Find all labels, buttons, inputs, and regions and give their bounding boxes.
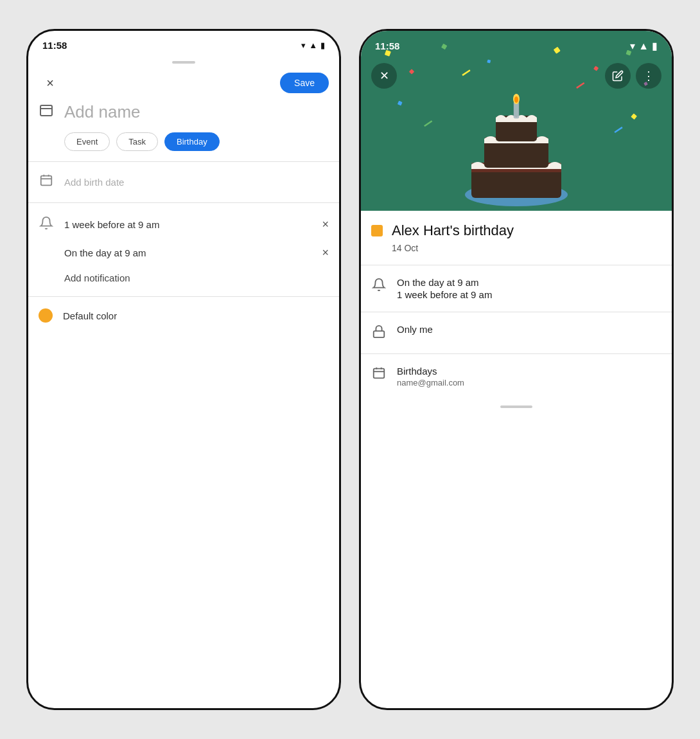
status-icons-1: ▾ ▲ ▮ bbox=[301, 40, 325, 50]
divider-1 bbox=[28, 161, 339, 162]
status-time-1: 11:58 bbox=[42, 40, 67, 51]
event-name-row: Add name bbox=[28, 100, 339, 130]
edit-button[interactable] bbox=[605, 63, 631, 89]
tab-event[interactable]: Event bbox=[64, 132, 110, 151]
more-options-button[interactable]: ⋮ bbox=[636, 63, 661, 89]
svg-rect-2 bbox=[41, 176, 52, 186]
calendar-name: Birthdays bbox=[397, 366, 464, 377]
svg-rect-14 bbox=[398, 101, 403, 106]
toolbar: × Save bbox=[28, 66, 339, 100]
battery-icon: ▮ bbox=[320, 40, 325, 50]
wifi-icon-2: ▾ bbox=[630, 40, 635, 52]
calendar-email: name@gmail.com bbox=[397, 378, 464, 387]
notification-row-1: 1 week before at 9 am × bbox=[28, 209, 339, 240]
phone1: 11:58 ▾ ▲ ▮ × Save bbox=[26, 29, 341, 710]
wifi-icon: ▾ bbox=[301, 40, 306, 50]
notification-close-1[interactable]: × bbox=[322, 218, 329, 231]
notification-line-2: 1 week before at 9 am bbox=[397, 289, 492, 300]
notification-detail-row: On the day at 9 am 1 week before at 9 am bbox=[361, 268, 672, 309]
svg-rect-11 bbox=[593, 66, 599, 71]
svg-rect-31 bbox=[374, 369, 385, 378]
close-button[interactable]: × bbox=[39, 71, 62, 94]
svg-rect-7 bbox=[409, 69, 414, 74]
handle-bar bbox=[172, 61, 195, 64]
divider-detail-2 bbox=[361, 312, 672, 312]
close-icon-btn[interactable]: ✕ bbox=[371, 63, 397, 89]
svg-line-19 bbox=[615, 127, 622, 132]
event-header: 11:58 ▾ ▲ ▮ ✕ ⋮ bbox=[361, 31, 672, 211]
bottom-handle bbox=[361, 396, 672, 414]
svg-line-18 bbox=[424, 121, 432, 126]
svg-point-29 bbox=[514, 96, 518, 103]
tab-task[interactable]: Task bbox=[116, 132, 158, 151]
svg-rect-30 bbox=[374, 331, 385, 337]
visibility-label: Only me bbox=[397, 324, 433, 335]
notification-icon bbox=[39, 216, 54, 233]
notification-detail-text: On the day at 9 am 1 week before at 9 am bbox=[397, 277, 492, 300]
tab-birthday[interactable]: Birthday bbox=[164, 132, 220, 151]
save-button[interactable]: Save bbox=[280, 73, 329, 93]
status-bar-2: 11:58 ▾ ▲ ▮ bbox=[361, 31, 672, 57]
bottom-bar bbox=[500, 405, 532, 408]
notification-text-1: 1 week before at 9 am bbox=[64, 219, 311, 230]
notification-row-2: On the day at 9 am × bbox=[28, 240, 339, 266]
status-icons-2: ▾ ▲ ▮ bbox=[630, 40, 658, 52]
event-title-section: Alex Hart's birthday bbox=[361, 211, 672, 242]
event-date: 14 Oct bbox=[361, 242, 672, 262]
notification-detail-icon bbox=[371, 278, 387, 295]
type-tabs: Event Task Birthday bbox=[28, 130, 339, 159]
svg-rect-9 bbox=[487, 59, 491, 63]
color-label: Default color bbox=[63, 310, 117, 321]
event-color-badge bbox=[371, 225, 383, 236]
event-title: Alex Hart's birthday bbox=[392, 222, 514, 239]
detail-close-button[interactable]: ✕ bbox=[371, 63, 397, 89]
color-dot bbox=[39, 308, 53, 323]
phone1-content: × Save Add name Event Task bbox=[28, 56, 339, 708]
calendar-detail-text: Birthdays name@gmail.com bbox=[397, 366, 464, 387]
header-actions: ⋮ bbox=[605, 63, 661, 89]
notification-section: 1 week before at 9 am × On the day at 9 … bbox=[28, 206, 339, 294]
divider-3 bbox=[28, 296, 339, 297]
calendar-detail-icon bbox=[371, 366, 387, 384]
notification-close-2[interactable]: × bbox=[322, 246, 329, 260]
add-notification-button[interactable]: Add notification bbox=[28, 266, 339, 290]
svg-rect-15 bbox=[631, 113, 637, 120]
phone2: 11:58 ▾ ▲ ▮ ✕ ⋮ bbox=[359, 29, 674, 710]
battery-icon-2: ▮ bbox=[652, 40, 658, 52]
birth-date-label: Add birth date bbox=[64, 177, 124, 188]
lock-icon bbox=[371, 325, 387, 342]
signal-icon-2: ▲ bbox=[638, 40, 649, 52]
divider-2 bbox=[28, 202, 339, 203]
status-time-2: 11:58 bbox=[375, 40, 399, 51]
status-bar-1: 11:58 ▾ ▲ ▮ bbox=[28, 31, 339, 56]
notification-line-1: On the day at 9 am bbox=[397, 277, 492, 288]
birth-date-row[interactable]: Add birth date bbox=[28, 165, 339, 200]
signal-icon: ▲ bbox=[309, 40, 317, 50]
svg-rect-0 bbox=[40, 105, 52, 116]
cake-illustration bbox=[452, 69, 581, 211]
event-detail-body: Alex Hart's birthday 14 Oct On the day a… bbox=[361, 211, 672, 396]
divider-detail-1 bbox=[361, 265, 672, 265]
event-name-icon bbox=[39, 103, 54, 122]
calendar-detail-row: Birthdays name@gmail.com bbox=[361, 357, 672, 396]
sheet-handle bbox=[28, 56, 339, 66]
visibility-detail-row: Only me bbox=[361, 315, 672, 351]
birth-date-icon bbox=[39, 174, 54, 191]
divider-detail-3 bbox=[361, 353, 672, 354]
screens-container: 11:58 ▾ ▲ ▮ × Save bbox=[26, 29, 674, 710]
color-row[interactable]: Default color bbox=[28, 299, 339, 332]
event-name-placeholder[interactable]: Add name bbox=[64, 102, 141, 122]
notification-text-2: On the day at 9 am bbox=[64, 247, 311, 258]
